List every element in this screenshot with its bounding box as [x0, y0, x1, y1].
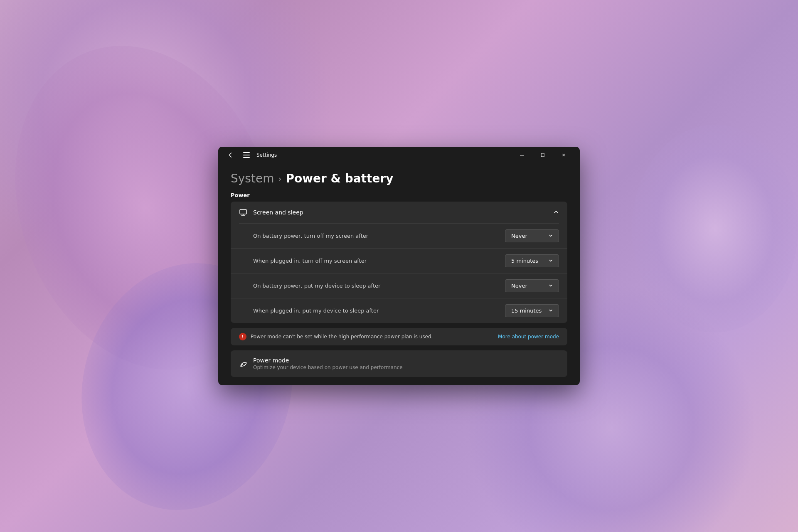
section-header-left: Screen and sleep	[239, 208, 303, 217]
settings-content: System › Power & battery Power Screen	[218, 163, 580, 385]
screen-and-sleep-title: Screen and sleep	[253, 209, 303, 216]
battery-screen-off-value: Never	[511, 233, 527, 239]
power-section-label: Power	[231, 192, 567, 198]
dropdown-chevron-icon-3	[549, 283, 553, 288]
plugged-screen-off-row: When plugged in, turn off my screen afte…	[231, 248, 567, 273]
warning-left: ! Power mode can't be set while the high…	[239, 333, 433, 340]
breadcrumb: System › Power & battery	[231, 163, 567, 192]
screen-and-sleep-card: Screen and sleep On battery power, turn …	[231, 202, 567, 323]
breadcrumb-chevron-icon: ›	[278, 174, 281, 184]
minimize-button[interactable]: —	[512, 148, 532, 162]
settings-window: Settings — ☐ ✕ System › Power & battery …	[218, 147, 580, 385]
close-button[interactable]: ✕	[554, 148, 573, 162]
power-mode-icon	[239, 360, 247, 368]
power-mode-text: Power mode Optimize your device based on…	[253, 357, 403, 370]
power-mode-row[interactable]: Power mode Optimize your device based on…	[231, 350, 567, 377]
window-controls: — ☐ ✕	[512, 148, 573, 162]
plugged-screen-off-value: 5 minutes	[511, 258, 538, 264]
breadcrumb-parent[interactable]: System	[231, 172, 274, 185]
titlebar-left-controls: Settings	[225, 149, 277, 161]
plugged-screen-off-dropdown[interactable]: 5 minutes	[505, 254, 559, 267]
warning-text: Power mode can't be set while the high p…	[251, 334, 433, 340]
plugged-sleep-dropdown[interactable]: 15 minutes	[505, 304, 559, 317]
screen-sleep-icon	[239, 208, 247, 217]
dropdown-chevron-icon-4	[549, 308, 553, 313]
titlebar: Settings — ☐ ✕	[218, 147, 580, 163]
battery-screen-off-dropdown[interactable]: Never	[505, 229, 559, 242]
screen-and-sleep-header[interactable]: Screen and sleep	[231, 202, 567, 223]
battery-screen-off-label: On battery power, turn off my screen aft…	[253, 233, 368, 239]
plugged-sleep-value: 15 minutes	[511, 308, 542, 314]
dropdown-chevron-icon-2	[549, 259, 553, 264]
power-mode-link[interactable]: More about power mode	[498, 334, 559, 340]
page-title: Power & battery	[286, 172, 393, 185]
power-mode-title: Power mode	[253, 357, 403, 364]
battery-screen-off-row: On battery power, turn off my screen aft…	[231, 224, 567, 248]
section-collapse-chevron-icon	[553, 209, 559, 216]
hamburger-menu-button[interactable]	[241, 149, 252, 161]
battery-sleep-value: Never	[511, 283, 527, 289]
plugged-sleep-row: When plugged in, put my device to sleep …	[231, 298, 567, 323]
svg-rect-0	[240, 209, 246, 214]
power-mode-warning: ! Power mode can't be set while the high…	[231, 328, 567, 345]
battery-sleep-dropdown[interactable]: Never	[505, 279, 559, 292]
battery-sleep-label: On battery power, put my device to sleep…	[253, 283, 380, 289]
dropdown-chevron-icon	[549, 234, 553, 239]
warning-icon: !	[239, 333, 246, 340]
plugged-screen-off-label: When plugged in, turn off my screen afte…	[253, 258, 367, 264]
power-mode-description: Optimize your device based on power use …	[253, 365, 403, 370]
maximize-button[interactable]: ☐	[533, 148, 552, 162]
battery-sleep-row: On battery power, put my device to sleep…	[231, 273, 567, 298]
plugged-sleep-label: When plugged in, put my device to sleep …	[253, 308, 379, 314]
window-title: Settings	[256, 152, 277, 158]
back-button[interactable]	[225, 149, 236, 161]
